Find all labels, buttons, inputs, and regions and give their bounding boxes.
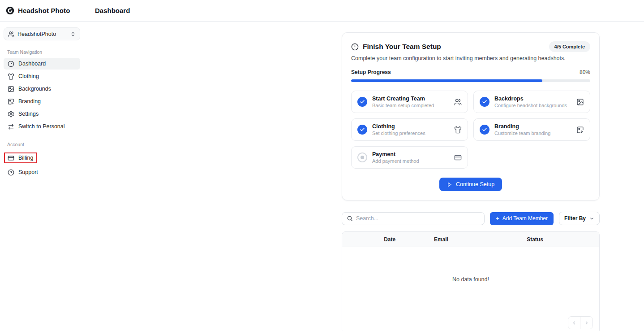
- sidebar-item-label: Dashboard: [18, 61, 46, 67]
- search-input[interactable]: [356, 215, 480, 222]
- shirt-icon: [454, 126, 462, 134]
- chevron-right-icon: [584, 320, 589, 326]
- check-circle-icon: [357, 97, 367, 107]
- search-icon: [347, 215, 353, 222]
- members-toolbar: + Add Team Member Filter By: [342, 212, 600, 225]
- members-table: Date Email Status No data found!: [342, 231, 600, 331]
- section-label-account: Account: [7, 142, 84, 147]
- filter-by-dropdown[interactable]: Filter By: [559, 212, 600, 225]
- check-circle-icon: [480, 125, 489, 135]
- sidebar-item-clothing[interactable]: Clothing: [4, 70, 80, 82]
- sidebar-item-dashboard[interactable]: Dashboard: [4, 58, 80, 70]
- arrows-left-right-icon: [7, 123, 14, 130]
- setup-item-payment[interactable]: Payment Add payment method: [351, 146, 468, 169]
- sidebar-item-label: Billing: [18, 155, 33, 161]
- setup-card-description: Complete your team configuration to star…: [351, 55, 590, 61]
- continue-setup-button[interactable]: Continue Setup: [439, 178, 502, 191]
- empty-state-message: No data found!: [452, 276, 489, 283]
- page-title: Dashboard: [95, 7, 130, 14]
- setup-item-subtitle: Basic team setup completed: [372, 103, 449, 108]
- credit-card-icon: [7, 154, 14, 161]
- sidebar-item-settings[interactable]: Settings: [4, 108, 80, 120]
- sidebar-item-switch-to-personal[interactable]: Switch to Personal: [4, 121, 80, 132]
- setup-item-subtitle: Configure headshot backgrounds: [494, 103, 571, 108]
- progress-bar-fill: [351, 79, 542, 82]
- app-name: Headshot Photo: [18, 7, 70, 14]
- topbar: Dashboard: [84, 0, 644, 22]
- setup-item-subtitle: Add payment method: [372, 158, 449, 164]
- check-circle-icon: [480, 97, 489, 107]
- setup-card-title: Finish Your Team Setup: [363, 43, 441, 51]
- setup-item-title: Branding: [494, 123, 571, 130]
- setup-item-backdrops[interactable]: Backdrops Configure headshot backgrounds: [473, 91, 590, 113]
- sidebar: Headshot Photo HeadshotPhoto Team Naviga…: [0, 0, 84, 331]
- table-header-status: Status: [471, 236, 599, 243]
- continue-setup-label: Continue Setup: [456, 181, 494, 187]
- image-play-icon: [576, 126, 584, 134]
- users-icon: [454, 98, 462, 106]
- progress-bar-track: [351, 79, 590, 82]
- sidebar-item-branding[interactable]: Branding: [4, 96, 80, 107]
- headshot-photo-logo-icon: [6, 6, 14, 15]
- setup-item-title: Backdrops: [494, 96, 571, 102]
- check-circle-icon: [357, 125, 367, 135]
- app-root: Headshot Photo HeadshotPhoto Team Naviga…: [0, 0, 644, 331]
- chevron-left-icon: [571, 320, 577, 326]
- setup-item-subtitle: Customize team branding: [494, 131, 571, 136]
- team-switcher[interactable]: HeadshotPhoto: [4, 27, 80, 40]
- sidebar-item-label: Settings: [18, 111, 39, 117]
- chevron-down-icon: [589, 216, 594, 221]
- setup-item-clothing[interactable]: Clothing Set clothing preferences: [351, 118, 468, 141]
- table-header-date: Date: [368, 236, 412, 243]
- shirt-icon: [7, 73, 14, 80]
- table-footer: [342, 312, 599, 331]
- billing-red-highlight-box: Billing: [4, 152, 37, 163]
- sidebar-item-billing[interactable]: Billing: [4, 150, 80, 166]
- plus-icon: +: [496, 215, 499, 222]
- setup-item-start-creating-team[interactable]: Start Creating Team Basic team setup com…: [351, 91, 468, 113]
- main-content: Finish Your Team Setup 4/5 Complete Comp…: [84, 22, 644, 331]
- gear-icon: [7, 110, 14, 118]
- play-icon: [447, 182, 452, 187]
- sidebar-item-label: Backgrounds: [18, 86, 51, 92]
- sidebar-item-backgrounds[interactable]: Backgrounds: [4, 83, 80, 95]
- setup-progress-value: 80%: [580, 69, 590, 75]
- radio-circle-icon: [357, 152, 367, 162]
- image-icon: [576, 98, 584, 106]
- table-header-email: Email: [412, 236, 471, 243]
- alert-circle-icon: [351, 43, 359, 51]
- next-page-button[interactable]: [580, 317, 592, 329]
- add-team-member-label: Add Team Member: [502, 215, 548, 222]
- add-team-member-button[interactable]: + Add Team Member: [490, 212, 554, 225]
- setup-progress-label: Setup Progress: [351, 69, 580, 75]
- team-switcher-label: HeadshotPhoto: [17, 31, 67, 37]
- users-icon: [8, 31, 14, 37]
- sidebar-item-label: Clothing: [18, 73, 39, 79]
- search-box[interactable]: [342, 212, 485, 225]
- setup-item-branding[interactable]: Branding Customize team branding: [473, 118, 590, 141]
- previous-page-button[interactable]: [568, 317, 580, 329]
- filter-by-label: Filter By: [564, 215, 586, 222]
- credit-card-icon: [454, 154, 462, 161]
- setup-items-grid: Start Creating Team Basic team setup com…: [351, 91, 590, 169]
- section-label-team-navigation: Team Navigation: [7, 49, 84, 55]
- image-icon: [7, 85, 14, 92]
- setup-item-title: Payment: [372, 151, 449, 157]
- sidebar-item-label: Switch to Personal: [18, 123, 65, 130]
- table-header-row: Date Email Status: [342, 232, 599, 247]
- table-body: No data found!: [342, 247, 599, 312]
- chevrons-up-down-icon: [70, 31, 76, 37]
- team-setup-card: Finish Your Team Setup 4/5 Complete Comp…: [342, 32, 600, 200]
- help-circle-icon: [7, 169, 14, 176]
- image-play-icon: [7, 98, 14, 105]
- setup-progress-badge: 4/5 Complete: [549, 41, 590, 52]
- sidebar-item-label: Branding: [18, 98, 41, 105]
- sidebar-item-support[interactable]: Support: [4, 166, 80, 178]
- app-logo: Headshot Photo: [0, 0, 84, 22]
- main-wrap: Dashboard Finish Your Team Setup 4/5 Com…: [84, 0, 644, 331]
- setup-item-subtitle: Set clothing preferences: [372, 131, 449, 136]
- setup-item-title: Clothing: [372, 123, 449, 130]
- sidebar-item-label: Support: [18, 169, 38, 175]
- pagination: [568, 316, 593, 329]
- gauge-icon: [7, 60, 14, 67]
